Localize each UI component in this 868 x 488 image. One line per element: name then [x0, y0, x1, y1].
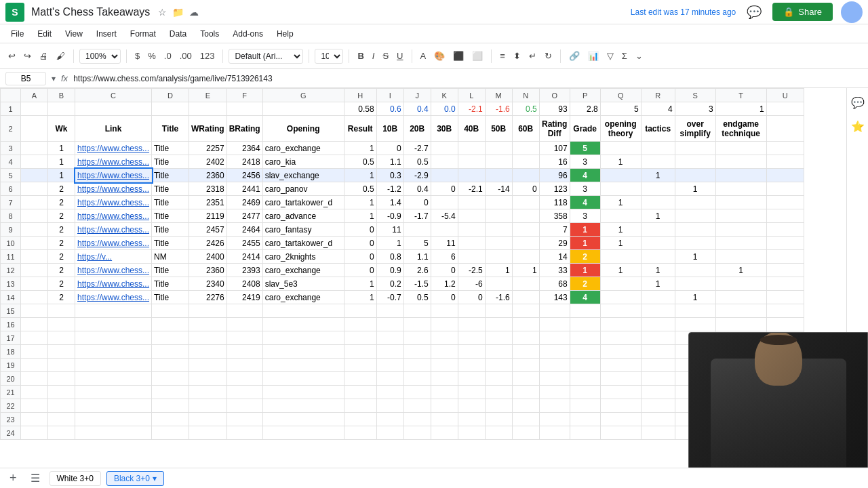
row-header-19[interactable]: 19	[1, 359, 21, 372]
empty-cell-24-2[interactable]	[48, 426, 75, 440]
cell-H1[interactable]: 0.58	[344, 102, 376, 116]
cell-C6[interactable]: https://www.chess...	[75, 182, 152, 196]
cell-R8[interactable]: 1	[641, 209, 675, 223]
empty-cell-22-14[interactable]	[512, 399, 539, 413]
cell-N5[interactable]	[512, 169, 539, 182]
cell-O4[interactable]: 16	[539, 155, 570, 169]
empty-cell-22-11[interactable]	[431, 399, 458, 413]
cloud-icon[interactable]: ☁	[189, 7, 199, 18]
cell-Q11[interactable]	[600, 250, 641, 264]
empty-cell-16-7[interactable]	[262, 318, 344, 331]
font-family-select[interactable]: Default (Ari...	[229, 49, 303, 64]
star-icon[interactable]: ☆	[158, 7, 167, 18]
empty-cell-21-16[interactable]	[570, 386, 600, 399]
cell-A6[interactable]	[21, 182, 48, 196]
empty-cell-16-2[interactable]	[48, 318, 75, 331]
empty-cell-15-7[interactable]	[262, 304, 344, 318]
cell-I1[interactable]: 0.6	[376, 102, 403, 116]
cell-M10[interactable]	[485, 237, 512, 250]
empty-cell-23-6[interactable]	[226, 413, 262, 426]
cell-L8[interactable]	[458, 209, 485, 223]
sheet-tab-black[interactable]: Black 3+0 ▾	[106, 471, 164, 486]
cell-Q10[interactable]: 1	[600, 237, 641, 250]
empty-cell-23-12[interactable]	[458, 413, 485, 426]
empty-cell-15-3[interactable]	[75, 304, 152, 318]
empty-cell-20-12[interactable]	[458, 372, 485, 386]
cell-G14[interactable]: caro_exchange	[262, 291, 344, 304]
cell-G8[interactable]: caro_advance	[262, 209, 344, 223]
cell-Q2[interactable]: openingtheory	[600, 116, 641, 142]
cell-C12[interactable]: https://www.chess...	[75, 264, 152, 277]
empty-cell-22-8[interactable]	[344, 399, 376, 413]
share-button[interactable]: 🔒 Share	[772, 3, 833, 21]
cell-K11[interactable]: 6	[431, 250, 458, 264]
empty-cell-15-9[interactable]	[376, 304, 403, 318]
cell-K3[interactable]	[431, 142, 458, 155]
cell-D9[interactable]: Title	[152, 223, 189, 237]
empty-cell-19-13[interactable]	[485, 359, 512, 372]
empty-cell-16-13[interactable]	[485, 318, 512, 331]
cell-L4[interactable]	[458, 155, 485, 169]
row-header-5[interactable]: 5	[1, 169, 21, 182]
cell-C8[interactable]: https://www.chess...	[75, 209, 152, 223]
empty-cell-20-4[interactable]	[152, 372, 189, 386]
empty-cell-17-4[interactable]	[152, 331, 189, 345]
empty-cell-19-8[interactable]	[344, 359, 376, 372]
cell-N3[interactable]	[512, 142, 539, 155]
empty-cell-15-15[interactable]	[539, 304, 570, 318]
cell-J12[interactable]: 2.6	[403, 264, 431, 277]
cell-H2[interactable]: Result	[344, 116, 376, 142]
cell-C2[interactable]: Link	[75, 116, 152, 142]
cell-J7[interactable]: 0	[403, 196, 431, 209]
cell-P4[interactable]: 3	[570, 155, 600, 169]
empty-cell-17-1[interactable]	[21, 331, 48, 345]
menu-addons[interactable]: Add-ons	[227, 27, 269, 41]
empty-cell-23-16[interactable]	[570, 413, 600, 426]
cell-F5[interactable]: 2456	[226, 169, 262, 182]
col-Q[interactable]: Q	[600, 89, 641, 102]
cell-K14[interactable]: 0	[431, 291, 458, 304]
empty-cell-15-1[interactable]	[21, 304, 48, 318]
sheet-tab-black-dropdown[interactable]: ▾	[153, 474, 157, 483]
cell-J2[interactable]: 20B	[403, 116, 431, 142]
empty-cell-16-8[interactable]	[344, 318, 376, 331]
empty-cell-21-8[interactable]	[344, 386, 376, 399]
row-header-14[interactable]: 14	[1, 291, 21, 304]
empty-cell-21-7[interactable]	[262, 386, 344, 399]
empty-cell-22-10[interactable]	[403, 399, 431, 413]
cell-E9[interactable]: 2457	[189, 223, 227, 237]
cell-Q7[interactable]: 1	[600, 196, 641, 209]
folder-icon[interactable]: 📁	[172, 7, 184, 18]
cell-E6[interactable]: 2318	[189, 182, 227, 196]
empty-cell-21-14[interactable]	[512, 386, 539, 399]
redo-button[interactable]: ↪	[21, 49, 34, 63]
empty-cell-17-14[interactable]	[512, 331, 539, 345]
cell-F12[interactable]: 2393	[226, 264, 262, 277]
cell-S6[interactable]: 1	[675, 182, 715, 196]
empty-cell-16-15[interactable]	[539, 318, 570, 331]
cell-I9[interactable]: 11	[376, 223, 403, 237]
cell-U10[interactable]	[766, 237, 804, 250]
cell-P3[interactable]: 5	[570, 142, 600, 155]
cell-L11[interactable]	[458, 250, 485, 264]
cell-Q12[interactable]: 1	[600, 264, 641, 277]
cell-O2[interactable]: RatingDiff	[539, 116, 570, 142]
cell-L1[interactable]: -2.1	[458, 102, 485, 116]
cell-Q3[interactable]	[600, 142, 641, 155]
empty-cell-15-5[interactable]	[189, 304, 227, 318]
cell-R7[interactable]	[641, 196, 675, 209]
empty-cell-18-17[interactable]	[600, 345, 641, 359]
cell-I10[interactable]: 1	[376, 237, 403, 250]
align-button[interactable]: ≡	[497, 49, 508, 63]
cell-F3[interactable]: 2364	[226, 142, 262, 155]
cell-T6[interactable]	[715, 182, 766, 196]
fill-color-button[interactable]: 🎨	[431, 49, 448, 63]
formula-input[interactable]	[73, 74, 863, 83]
cell-P12[interactable]: 1	[570, 264, 600, 277]
empty-cell-17-13[interactable]	[485, 331, 512, 345]
cell-A9[interactable]	[21, 223, 48, 237]
cell-G9[interactable]: caro_fantasy	[262, 223, 344, 237]
empty-cell-18-5[interactable]	[189, 345, 227, 359]
empty-cell-20-2[interactable]	[48, 372, 75, 386]
cell-H8[interactable]: 1	[344, 209, 376, 223]
